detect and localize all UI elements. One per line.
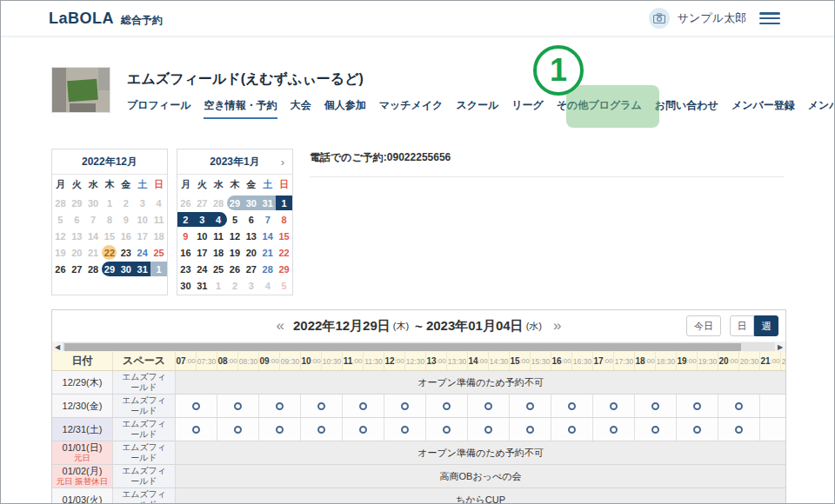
nav-item-4[interactable]: マッチメイク (379, 98, 444, 119)
slot-cell[interactable] (468, 395, 510, 417)
calendar-day[interactable]: 23 (177, 261, 194, 277)
slot-cell[interactable] (217, 395, 259, 417)
nav-item-1[interactable]: 空き情報・予約 (204, 98, 277, 119)
calendar-day[interactable]: 22 (102, 244, 118, 261)
slot-cell[interactable] (677, 418, 718, 441)
calendar-day[interactable]: 30 (243, 195, 259, 211)
calendar-day[interactable]: 27 (69, 261, 85, 277)
nav-item-8[interactable]: お問い合わせ (655, 98, 718, 119)
calendar-day[interactable]: 9 (177, 228, 194, 244)
slot-cell[interactable] (301, 395, 343, 417)
calendar-day[interactable]: 7 (259, 211, 276, 228)
slot-cell[interactable] (301, 418, 343, 441)
calendar-day[interactable]: 17 (194, 244, 210, 261)
scroll-right-arrow[interactable]: ▶ (775, 342, 785, 352)
calendar-day[interactable]: 29 (102, 261, 118, 277)
week-view-button[interactable]: 週 (754, 315, 778, 336)
calendar-day[interactable]: 31 (134, 261, 150, 277)
calendar-day[interactable]: 21 (259, 244, 276, 261)
slot-cell[interactable] (468, 418, 510, 441)
slot-cell[interactable] (593, 418, 635, 441)
calendar-day[interactable]: 28 (85, 261, 102, 277)
calendar-day[interactable]: 26 (52, 261, 69, 277)
slot-cell[interactable] (551, 418, 593, 441)
avatar[interactable] (649, 8, 670, 29)
slot-cell[interactable] (635, 395, 677, 417)
calendar-day[interactable]: 28 (259, 261, 276, 277)
slot-cell[interactable] (718, 418, 760, 441)
calendar-day[interactable]: 15 (276, 228, 292, 244)
scrollbar-track[interactable] (63, 342, 775, 351)
slot-cell[interactable] (259, 418, 301, 441)
calendar-day[interactable]: 3 (194, 211, 210, 228)
calendar-header: 2022年12月 (52, 149, 167, 175)
today-button[interactable]: 今日 (686, 315, 721, 336)
calendar-day[interactable]: 27 (243, 261, 259, 277)
slot-cell[interactable] (551, 395, 593, 417)
logo[interactable]: LaBOLA 総合予約 (49, 10, 163, 28)
slot-cell[interactable] (718, 395, 760, 417)
slot-cell[interactable] (384, 395, 426, 417)
calendar-day[interactable]: 8 (276, 211, 292, 228)
slot-cell[interactable] (343, 418, 384, 441)
calendar-day[interactable]: 23 (117, 244, 134, 261)
calendar-day[interactable]: 4 (210, 211, 227, 228)
next-week-arrow[interactable]: » (553, 317, 561, 335)
calendar-day[interactable]: 25 (150, 244, 167, 261)
nav-item-3[interactable]: 個人参加 (324, 98, 366, 119)
calendar-next-arrow[interactable]: › (281, 149, 284, 175)
calendar-day[interactable]: 24 (134, 244, 150, 261)
nav-item-0[interactable]: プロフィール (127, 98, 190, 119)
calendar-day[interactable]: 30 (177, 277, 194, 294)
slot-cell[interactable] (677, 395, 718, 417)
slot-cell[interactable] (176, 395, 217, 417)
nav-item-10[interactable]: メンバーログイン (808, 98, 835, 119)
calendar-day[interactable]: 26 (227, 261, 244, 277)
calendar-day[interactable]: 1 (150, 261, 167, 277)
slot-cell[interactable] (593, 395, 635, 417)
slot-cell[interactable] (635, 418, 677, 441)
nav-item-6[interactable]: リーグ (511, 98, 544, 119)
day-view-button[interactable]: 日 (730, 315, 754, 336)
slot-cell[interactable] (343, 395, 384, 417)
calendar-day[interactable]: 10 (194, 228, 210, 244)
calendar-day[interactable]: 29 (276, 261, 292, 277)
calendar-day[interactable]: 14 (259, 228, 276, 244)
calendar-day[interactable]: 19 (227, 244, 244, 261)
slot-cell[interactable] (217, 418, 259, 441)
nav-item-5[interactable]: スクール (456, 98, 498, 119)
nav-item-2[interactable]: 大会 (291, 98, 311, 119)
slot-cell[interactable] (426, 395, 468, 417)
scroll-left-arrow[interactable]: ◀ (52, 342, 63, 352)
calendar-day[interactable]: 18 (210, 244, 227, 261)
facility-photo[interactable] (51, 67, 110, 113)
calendar-day[interactable]: 6 (243, 211, 259, 228)
scrollbar-thumb[interactable] (64, 343, 741, 351)
calendar-day[interactable]: 11 (210, 228, 227, 244)
calendar-day[interactable]: 2 (177, 211, 194, 228)
calendar-day[interactable]: 25 (210, 261, 227, 277)
nav-item-7[interactable]: その他プログラム (557, 98, 642, 119)
calendar-day[interactable]: 13 (243, 228, 259, 244)
slot-cell[interactable] (259, 395, 301, 417)
calendar-day[interactable]: 20 (243, 244, 259, 261)
calendar-day[interactable]: 24 (194, 261, 210, 277)
calendar-day[interactable]: 31 (194, 277, 210, 294)
slot-cell[interactable] (510, 395, 551, 417)
calendar-day[interactable]: 12 (227, 228, 244, 244)
hamburger-icon[interactable] (759, 12, 780, 24)
nav-item-9[interactable]: メンバー登録 (731, 98, 795, 119)
calendar-day[interactable]: 16 (177, 244, 194, 261)
prev-week-arrow[interactable]: « (277, 317, 284, 335)
slot-cell[interactable] (426, 418, 468, 441)
calendar-day[interactable]: 31 (259, 195, 276, 211)
user-name[interactable]: サンプル太郎 (678, 10, 746, 26)
slot-cell[interactable] (384, 418, 426, 441)
slot-cell[interactable] (510, 418, 551, 441)
calendar-day[interactable]: 5 (227, 211, 244, 228)
calendar-day[interactable]: 30 (117, 261, 134, 277)
calendar-day[interactable]: 22 (276, 244, 292, 261)
slot-cell[interactable] (176, 418, 217, 441)
calendar-day[interactable]: 1 (276, 195, 292, 211)
calendar-day[interactable]: 29 (227, 195, 244, 211)
